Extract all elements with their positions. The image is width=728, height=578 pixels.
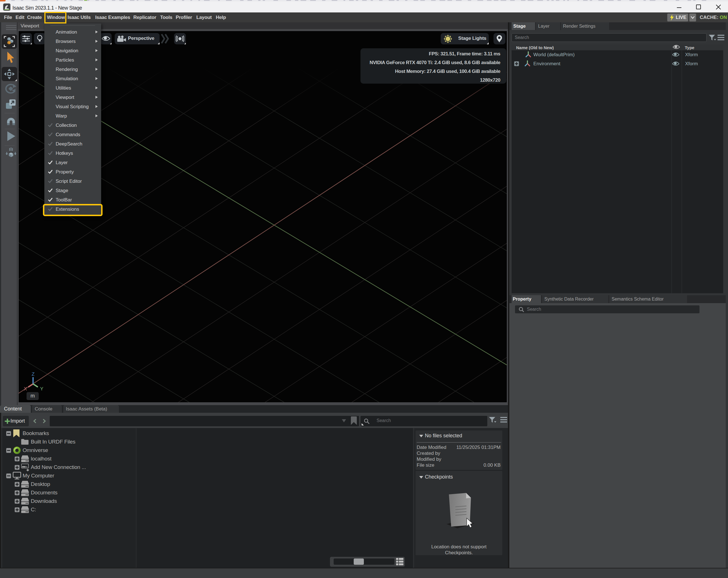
svg-text:Z: Z: [32, 371, 34, 377]
svg-text:X: X: [24, 386, 27, 392]
svg-text:Y: Y: [40, 386, 43, 392]
